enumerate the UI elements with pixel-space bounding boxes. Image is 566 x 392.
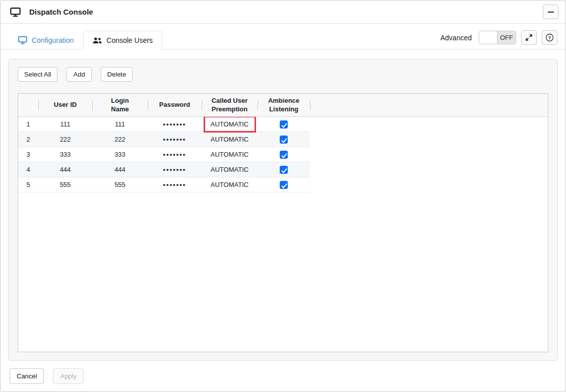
login-name-cell[interactable]: 444 xyxy=(92,162,148,177)
apply-button[interactable]: Apply xyxy=(53,368,84,384)
diagonal-expand-icon xyxy=(525,34,533,41)
column-header-filler xyxy=(310,94,548,116)
user-id-cell[interactable]: 333 xyxy=(38,147,92,162)
toggle-knob xyxy=(479,31,497,44)
svg-text:?: ? xyxy=(548,35,551,40)
preemption-cell[interactable]: AUTOMATIC xyxy=(202,132,258,147)
preemption-value[interactable]: AUTOMATIC xyxy=(204,117,256,133)
minus-icon xyxy=(548,12,554,13)
table-row[interactable]: 3 333 333 ••••••• AUTOMATIC xyxy=(18,147,548,162)
titlebar: Dispatch Console xyxy=(1,1,565,24)
preemption-value[interactable]: AUTOMATIC xyxy=(204,162,256,177)
monitor-icon xyxy=(18,36,27,44)
password-cell[interactable]: ••••••• xyxy=(148,132,202,147)
ambience-checkbox checkbox-checked-icon[interactable] xyxy=(280,151,288,159)
table-row-cells: 1 111 111 ••••••• AUTOMATIC xyxy=(18,117,310,132)
user-id-cell[interactable]: 111 xyxy=(38,117,92,132)
minimize-button[interactable] xyxy=(543,5,558,19)
login-name-cell[interactable]: 111 xyxy=(92,117,148,132)
toggle-state-label: OFF xyxy=(497,31,516,44)
tab-console-users-label: Console Users xyxy=(106,36,153,44)
dispatch-console-window: Dispatch Console Configuration xyxy=(0,0,566,392)
help-button[interactable]: ? xyxy=(542,30,557,45)
table-row[interactable]: 1 111 111 ••••••• AUTOMATIC xyxy=(18,117,548,132)
tabs: Configuration Console Users xyxy=(9,30,162,49)
tab-configuration-label: Configuration xyxy=(32,36,74,44)
column-header-user-id: User ID xyxy=(38,101,92,109)
password-cell[interactable]: ••••••• xyxy=(148,177,202,192)
ambience-checkbox checkbox-checked-icon[interactable] xyxy=(280,136,288,144)
ambience-cell[interactable] xyxy=(258,177,310,192)
preemption-cell[interactable]: AUTOMATIC xyxy=(202,117,258,132)
column-header-ambience-listening: Ambience Listening xyxy=(258,97,310,114)
table-row-cells: 5 555 555 ••••••• AUTOMATIC xyxy=(18,177,310,192)
table-row[interactable]: 4 444 444 ••••••• AUTOMATIC xyxy=(18,162,548,177)
ambience-cell[interactable] xyxy=(258,117,310,132)
password-cell[interactable]: ••••••• xyxy=(148,162,202,177)
login-name-cell[interactable]: 555 xyxy=(92,177,148,192)
tab-bar: Configuration Console Users Advanced OF xyxy=(1,24,565,50)
ambience-cell[interactable] xyxy=(258,147,310,162)
select-all-button[interactable]: Select All xyxy=(18,67,57,82)
column-header-called-user-preemption: Called User Preemption xyxy=(202,97,258,114)
column-header-password: Password xyxy=(148,101,202,109)
console-users-table: User ID Login Name Password Called User … xyxy=(18,93,548,352)
ambience-checkbox checkbox-checked-icon[interactable] xyxy=(280,120,288,128)
advanced-toggle[interactable]: OFF xyxy=(479,31,516,44)
row-index: 1 xyxy=(18,117,38,132)
users-icon xyxy=(93,37,102,44)
preemption-cell[interactable]: AUTOMATIC xyxy=(202,177,258,192)
console-users-panel: Select All Add Delete User ID Login Name… xyxy=(8,59,558,361)
monitor-icon xyxy=(10,7,21,17)
tab-console-users[interactable]: Console Users xyxy=(83,31,162,50)
preemption-value[interactable]: AUTOMATIC xyxy=(204,177,256,192)
preemption-value[interactable]: AUTOMATIC xyxy=(204,132,256,147)
table-row-cells: 4 444 444 ••••••• AUTOMATIC xyxy=(18,162,310,177)
preemption-value[interactable]: AUTOMATIC xyxy=(204,147,256,162)
row-index: 5 xyxy=(18,177,38,192)
password-cell[interactable]: ••••••• xyxy=(148,117,202,132)
ambience-cell[interactable] xyxy=(258,162,310,177)
expand-button[interactable] xyxy=(521,30,537,45)
add-button[interactable]: Add xyxy=(67,67,91,82)
tab-configuration[interactable]: Configuration xyxy=(9,30,83,50)
password-cell[interactable]: ••••••• xyxy=(148,147,202,162)
page-title: Dispatch Console xyxy=(29,8,93,16)
ambience-checkbox checkbox-checked-icon[interactable] xyxy=(280,181,288,189)
ambience-checkbox checkbox-checked-icon[interactable] xyxy=(280,166,288,174)
table-header-row: User ID Login Name Password Called User … xyxy=(18,94,548,117)
user-id-cell[interactable]: 444 xyxy=(38,162,92,177)
column-header-login-name: Login Name xyxy=(92,97,148,114)
row-index: 4 xyxy=(18,162,38,177)
preemption-cell[interactable]: AUTOMATIC xyxy=(202,162,258,177)
table-row-cells: 2 222 222 ••••••• AUTOMATIC xyxy=(18,132,310,147)
table-row[interactable]: 2 222 222 ••••••• AUTOMATIC xyxy=(18,132,548,147)
user-id-cell[interactable]: 222 xyxy=(38,132,92,147)
advanced-label: Advanced xyxy=(441,34,472,42)
question-circle-icon: ? xyxy=(545,33,554,42)
table-row[interactable]: 5 555 555 ••••••• AUTOMATIC xyxy=(18,177,548,192)
row-index: 3 xyxy=(18,147,38,162)
user-id-cell[interactable]: 555 xyxy=(38,177,92,192)
login-name-cell[interactable]: 222 xyxy=(92,132,148,147)
cancel-button[interactable]: Cancel xyxy=(10,368,44,384)
table-row-cells: 3 333 333 ••••••• AUTOMATIC xyxy=(18,147,310,162)
table-body: 1 111 111 ••••••• AUTOMATIC 2 222 222 ••… xyxy=(18,117,548,352)
row-index: 2 xyxy=(18,132,38,147)
footer-actions: Cancel Apply xyxy=(1,361,565,391)
login-name-cell[interactable]: 333 xyxy=(92,147,148,162)
preemption-cell[interactable]: AUTOMATIC xyxy=(202,147,258,162)
delete-button[interactable]: Delete xyxy=(101,67,133,82)
table-toolbar: Select All Add Delete xyxy=(18,67,548,82)
header-controls: Advanced OFF xyxy=(441,30,557,49)
ambience-cell[interactable] xyxy=(258,132,310,147)
